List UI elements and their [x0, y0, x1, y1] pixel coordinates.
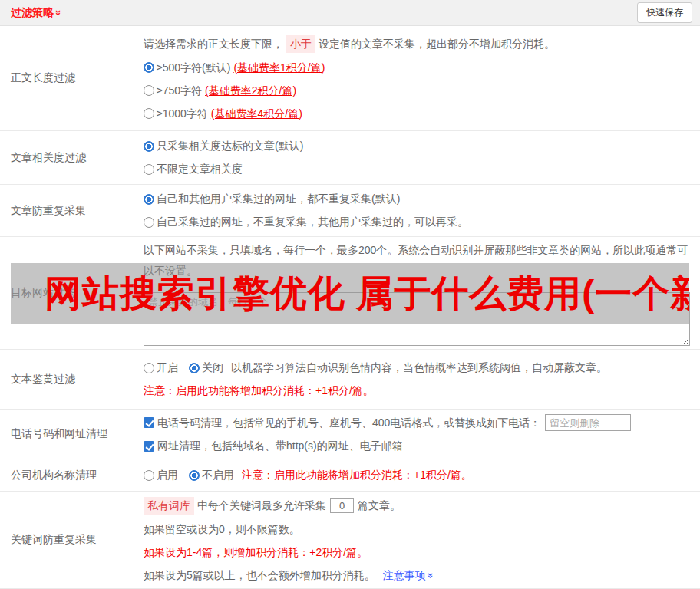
row-label: 电话号码和网址清理: [0, 410, 144, 459]
row-relevance-filter: 文章相关度过滤 只采集相关度达标的文章(默认) 不限定文章相关度: [0, 131, 700, 185]
chevron-double-down-icon[interactable]: »: [423, 572, 439, 577]
checkbox-checked-icon[interactable]: [144, 441, 154, 452]
dedup-option-self-only[interactable]: 自己采集过的网址，不重复采集，其他用户采集过的，可以再采。: [144, 214, 692, 230]
radio-checked-icon[interactable]: [189, 470, 200, 481]
row-label: 文章相关度过滤: [0, 131, 144, 184]
relevance-option-unlimited[interactable]: 不限定文章相关度: [144, 161, 692, 177]
checkbox-checked-icon[interactable]: [144, 417, 154, 428]
radio-unchecked-icon[interactable]: [144, 108, 154, 119]
chevron-double-down-icon[interactable]: »: [53, 10, 64, 15]
radio-checked-icon[interactable]: [144, 141, 154, 152]
radio-unchecked-icon[interactable]: [144, 164, 154, 175]
porn-filter-off-option[interactable]: 关闭: [202, 360, 223, 376]
length-option-750[interactable]: ≥750字符 (基础费率2积分/篇): [144, 83, 692, 99]
fee-note: (基础费率1积分/篇): [233, 60, 325, 76]
company-clean-disable-option[interactable]: 不启用: [202, 467, 234, 483]
keyword-dedup-line2: 如果留空或设为0，则不限篇数。: [144, 522, 692, 538]
page-title[interactable]: 过滤策略: [11, 6, 54, 20]
porn-filter-on-option[interactable]: 开启: [157, 360, 178, 376]
filter-strategy-page: 过滤策略 » 快速保存 正文长度过滤 请选择需求的正文长度下限， 小于 设定值的…: [0, 0, 700, 589]
radio-unchecked-icon[interactable]: [144, 85, 154, 96]
fee-note: (基础费率2积分/篇): [205, 83, 296, 99]
length-filter-intro: 请选择需求的正文长度下限， 小于 设定值的文章不采集，超出部分不增加积分消耗。: [144, 35, 692, 53]
quick-save-button[interactable]: 快速保存: [637, 2, 692, 23]
header-bar: 过滤策略 » 快速保存: [0, 0, 700, 26]
row-keyword-dedup: 关键词防重复采集 私有词库 中每个关键词最多允许采集 篇文章。 如果留空或设为0…: [0, 492, 700, 589]
keyword-dedup-line4: 如果设为5篇或以上，也不会额外增加积分消耗。: [144, 568, 375, 584]
notice-link[interactable]: 注意事项: [383, 568, 426, 584]
keyword-dedup-line3: 如果设为1-4篇，则增加积分消耗：+2积分/篇。: [144, 545, 692, 561]
url-clean-option[interactable]: 网址清理，包括纯域名、带http(s)的网址、电子邮箱: [157, 438, 403, 454]
row-phone-url-clean: 电话号码和网址清理 电话号码清理，包括常见的手机号、座机号、400电话格式，或替…: [0, 410, 700, 459]
radio-unchecked-icon[interactable]: [144, 470, 154, 481]
row-label: 公司机构名称清理: [0, 459, 144, 491]
company-clean-note: 注意：启用此功能将增加积分消耗：+1积分/篇。: [242, 467, 472, 483]
row-dedup-collect: 文章防重复采集 自己和其他用户采集过的网址，都不重复采集(默认) 自己采集过的网…: [0, 185, 700, 237]
row-label: 关键词防重复采集: [0, 492, 144, 588]
relevance-option-default[interactable]: 只采集相关度达标的文章(默认): [144, 138, 692, 154]
row-label: 正文长度过滤: [0, 26, 144, 130]
length-option-1000[interactable]: ≥1000字符 (基础费率4积分/篇): [144, 106, 692, 122]
radio-checked-icon[interactable]: [144, 62, 154, 73]
row-content-length-filter: 正文长度过滤 请选择需求的正文长度下限， 小于 设定值的文章不采集，超出部分不增…: [0, 26, 700, 131]
watermark-text: 网站搜索引擎优化 属于什么费用(一个新搭: [11, 269, 689, 318]
replace-phone-input[interactable]: [545, 414, 631, 431]
radio-checked-icon[interactable]: [189, 363, 200, 373]
dedup-option-all-users[interactable]: 自己和其他用户采集过的网址，都不重复采集(默认): [144, 191, 692, 207]
porn-filter-desc: 以机器学习算法自动识别色情内容，当色情概率达到系统阈值，自动屏蔽文章。: [231, 360, 607, 376]
radio-unchecked-icon[interactable]: [144, 363, 154, 373]
company-clean-enable-option[interactable]: 启用: [157, 467, 178, 483]
row-porn-filter: 文本鉴黄过滤 开启 关闭 以机器学习算法自动识别色情内容，当色情概率达到系统阈值…: [0, 350, 700, 410]
radio-checked-icon[interactable]: [144, 194, 154, 205]
less-than-badge: 小于: [286, 35, 315, 53]
length-option-500[interactable]: ≥500字符(默认) (基础费率1积分/篇): [144, 60, 692, 76]
private-lexicon-badge[interactable]: 私有词库: [144, 497, 194, 515]
watermark-overlay: 网站搜索引擎优化 属于什么费用(一个新搭: [11, 263, 689, 324]
radio-unchecked-icon[interactable]: [144, 217, 154, 228]
row-company-clean: 公司机构名称清理 启用 不启用 注意：启用此功能将增加积分消耗：+1积分/篇。: [0, 459, 700, 492]
fee-note: (基础费率4积分/篇): [211, 106, 302, 122]
porn-filter-note: 注意：启用此功能将增加积分消耗：+1积分/篇。: [144, 383, 692, 399]
row-label: 文本鉴黄过滤: [0, 350, 144, 409]
max-articles-input[interactable]: [330, 498, 354, 513]
row-label: 文章防重复采集: [0, 185, 144, 236]
phone-clean-option[interactable]: 电话号码清理，包括常见的手机号、座机号、400电话格式，或替换成如下电话：: [157, 415, 540, 431]
